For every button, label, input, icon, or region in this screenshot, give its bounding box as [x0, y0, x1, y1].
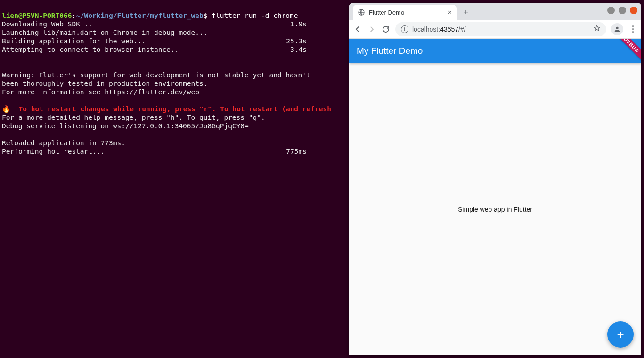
- terminal-warning: For more information see https://flutter…: [2, 88, 199, 96]
- reload-button[interactable]: [381, 25, 391, 34]
- back-button[interactable]: [353, 25, 362, 34]
- terminal-prompt-user: lien@P5VN-PORT066: [2, 12, 72, 19]
- globe-icon: [358, 8, 365, 16]
- terminal-line: Launching lib/main.dart on Chrome in deb…: [2, 28, 344, 37]
- terminal-command: flutter run -d chrome: [212, 12, 298, 19]
- browser-tab-title: Flutter Demo: [369, 9, 444, 16]
- browser-menu-button[interactable]: [628, 25, 637, 33]
- terminal-help-hint: For a more detailed help message, press …: [2, 114, 265, 121]
- terminal-blank: [2, 97, 6, 104]
- page-viewport: My Flutter Demo DEBUG Simple web app in …: [349, 39, 641, 355]
- profile-button[interactable]: [611, 23, 623, 35]
- flutter-body: Simple web app in Flutter: [349, 63, 641, 355]
- terminal-warning: been thoroughly tested in production env…: [2, 80, 208, 87]
- tab-close-icon[interactable]: ×: [448, 8, 452, 16]
- terminal-reloaded: Reloaded application in 773ms.: [2, 139, 125, 147]
- svg-point-1: [616, 26, 618, 29]
- terminal-line: Attempting to connect to browser instanc…: [2, 45, 344, 54]
- close-window-button[interactable]: [630, 7, 637, 14]
- window-controls: [607, 7, 637, 14]
- browser-tab[interactable]: Flutter Demo ×: [353, 5, 457, 20]
- new-tab-button[interactable]: +: [459, 6, 473, 19]
- terminal-line: Building application for the web...25.3s: [2, 37, 344, 45]
- floating-action-button[interactable]: +: [607, 321, 634, 348]
- browser-tabstrip: Flutter Demo × +: [349, 3, 641, 20]
- terminal-blank: [2, 63, 6, 70]
- flutter-appbar: My Flutter Demo: [349, 39, 641, 63]
- url-text: localhost:43657/#/: [412, 25, 466, 33]
- forward-button[interactable]: [367, 25, 376, 34]
- browser-toolbar: i localhost:43657/#/: [349, 20, 641, 39]
- terminal-line: Performing hot restart...775ms: [2, 147, 344, 156]
- site-info-icon[interactable]: i: [401, 25, 408, 33]
- terminal-line: Downloading Web SDK...1.9s: [2, 20, 344, 28]
- terminal-cursor: [2, 156, 6, 163]
- plus-icon: +: [617, 327, 624, 342]
- terminal-prompt-sep: :: [72, 12, 76, 19]
- appbar-title: My Flutter Demo: [357, 46, 423, 56]
- bookmark-star-icon[interactable]: [593, 25, 601, 33]
- maximize-button[interactable]: [619, 7, 626, 14]
- body-text: Simple web app in Flutter: [458, 206, 532, 213]
- terminal-hot-restart-hint: To hot restart changes while running, pr…: [18, 105, 331, 113]
- browser-window-wrap: Flutter Demo × + i local: [346, 0, 644, 358]
- terminal-pane[interactable]: lien@P5VN-PORT066:~/Working/Flutter/myfl…: [0, 0, 346, 358]
- browser-window: Flutter Demo × + i local: [349, 3, 641, 355]
- terminal-debug-service: Debug service listening on ws://127.0.0.…: [2, 122, 249, 130]
- address-bar[interactable]: i localhost:43657/#/: [395, 22, 606, 36]
- fire-icon: 🔥: [2, 105, 18, 113]
- terminal-blank: [2, 131, 6, 138]
- minimize-button[interactable]: [607, 7, 615, 14]
- terminal-warning: Warning: Flutter's support for web devel…: [2, 71, 310, 79]
- terminal-prompt-end: $: [204, 12, 212, 19]
- terminal-prompt-path: ~/Working/Flutter/myflutter_web: [76, 12, 204, 19]
